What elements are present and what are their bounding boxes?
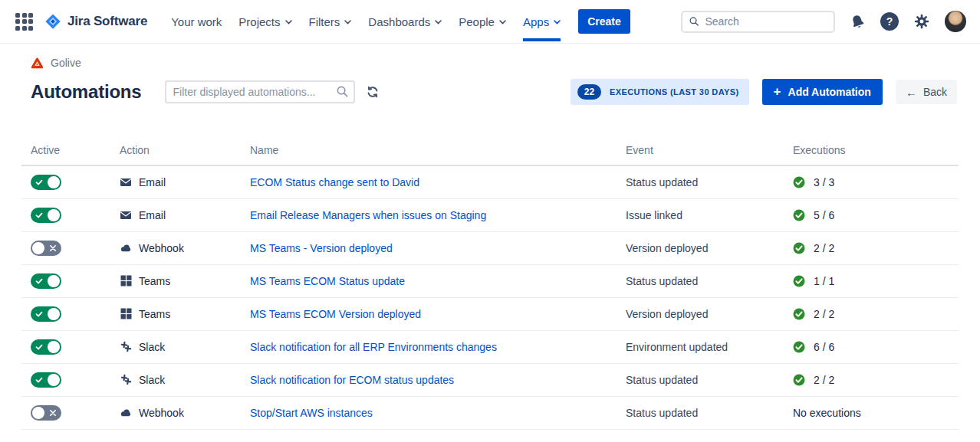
golive-logo-icon	[31, 57, 44, 69]
automation-name-link[interactable]: Slack notification for all ERP Environme…	[250, 341, 497, 353]
webhook-icon	[120, 407, 132, 419]
table-row: Webhook Stop/Start AWS instances Status …	[21, 396, 959, 429]
table-row: Teams MS Teams ECOM Version deployed Ver…	[21, 297, 959, 330]
action-label: Webhook	[139, 242, 184, 254]
column-header-active: Active	[21, 141, 113, 165]
automation-name-link[interactable]: Slack notification for ECOM status updat…	[250, 374, 454, 386]
action-label: Webhook	[139, 407, 184, 419]
brand-name: Jira Software	[67, 14, 147, 29]
executions-value: 6 / 6	[814, 341, 834, 353]
create-button[interactable]: Create	[578, 9, 630, 34]
notifications-bell-icon[interactable]	[850, 14, 866, 30]
nav-filters[interactable]: Filters	[301, 0, 360, 43]
settings-gear-icon[interactable]	[913, 13, 930, 30]
add-automation-button[interactable]: + Add Automation	[762, 79, 883, 105]
refresh-icon[interactable]	[367, 86, 379, 98]
email-icon	[120, 209, 132, 221]
automation-name-link[interactable]: Stop/Start AWS instances	[250, 407, 373, 419]
breadcrumb[interactable]: Golive	[31, 57, 81, 69]
back-button[interactable]: ← Back	[896, 80, 957, 104]
nav-projects[interactable]: Projects	[230, 0, 300, 43]
active-toggle[interactable]	[31, 175, 61, 190]
active-toggle[interactable]	[31, 372, 61, 388]
active-toggle[interactable]	[31, 241, 61, 256]
search-icon	[689, 16, 699, 27]
automation-name-link[interactable]: MS Teams - Version deployed	[250, 242, 393, 254]
active-toggle[interactable]	[31, 339, 61, 355]
check-icon	[35, 343, 43, 351]
nav-apps[interactable]: Apps	[515, 0, 569, 43]
primary-nav: Your work Projects Filters Dashboards Pe…	[163, 0, 569, 43]
automation-name-link[interactable]: Email Release Managers when issues on St…	[250, 209, 486, 221]
webhook-icon	[120, 242, 132, 254]
event-label: Issue linked	[626, 209, 682, 221]
global-search[interactable]	[681, 11, 835, 33]
arrow-left-icon: ←	[906, 87, 917, 98]
slack-icon	[120, 374, 132, 386]
check-icon	[35, 376, 43, 384]
chevron-down-icon	[285, 20, 292, 25]
event-label: Status updated	[626, 407, 698, 419]
check-icon	[35, 178, 43, 186]
teams-icon	[120, 275, 132, 287]
active-toggle[interactable]	[31, 405, 61, 421]
filter-field	[165, 80, 355, 103]
executions-summary-button[interactable]: 22 EXECUTIONS (LAST 30 DAYS)	[571, 79, 749, 105]
help-icon[interactable]: ?	[880, 12, 899, 31]
user-avatar[interactable]	[945, 11, 966, 32]
event-label: Version deployed	[626, 242, 708, 254]
table-header-row: Active Action Name Event Executions	[21, 141, 959, 165]
event-label: Version deployed	[626, 308, 708, 320]
app-switcher-icon[interactable]	[15, 13, 33, 31]
executions-value: 2 / 2	[814, 374, 834, 386]
teams-icon	[120, 308, 132, 320]
active-toggle[interactable]	[31, 306, 61, 322]
column-header-executions: Executions	[787, 141, 959, 165]
breadcrumb-app-label: Golive	[51, 57, 81, 69]
active-toggle[interactable]	[31, 208, 61, 223]
slack-icon	[120, 341, 132, 353]
nav-dashboards[interactable]: Dashboards	[360, 0, 450, 43]
toolbar: Automations 22 EXECUTIONS (LAST 30 DAYS)…	[31, 79, 959, 105]
toolbar-actions: 22 EXECUTIONS (LAST 30 DAYS) + Add Autom…	[571, 79, 959, 105]
success-icon	[793, 308, 805, 320]
success-icon	[793, 341, 805, 353]
executions-value: 3 / 3	[814, 176, 834, 188]
jira-logo[interactable]: Jira Software	[44, 13, 147, 30]
column-header-event: Event	[620, 141, 787, 165]
active-toggle[interactable]	[31, 273, 61, 289]
check-icon	[35, 277, 43, 285]
success-icon	[793, 176, 805, 188]
table-row: Email Email Release Managers when issues…	[21, 198, 959, 231]
action-label: Email	[139, 176, 166, 188]
column-header-action: Action	[113, 141, 244, 165]
automation-name-link[interactable]: MS Teams ECOM Status update	[250, 275, 405, 287]
nav-people[interactable]: People	[450, 0, 515, 43]
action-label: Teams	[139, 308, 170, 320]
automation-name-link[interactable]: MS Teams ECOM Version deployed	[250, 308, 421, 320]
chevron-down-icon	[554, 20, 561, 25]
event-label: Status updated	[626, 176, 698, 188]
chevron-down-icon	[344, 20, 351, 25]
success-icon	[793, 374, 805, 386]
success-icon	[793, 209, 805, 221]
automation-name-link[interactable]: ECOM Status change sent to David	[250, 176, 419, 188]
nav-your-work[interactable]: Your work	[163, 0, 230, 43]
check-icon	[35, 310, 43, 318]
table-row: Email ECOM Status change sent to David S…	[21, 165, 959, 198]
table-row: Teams MS Teams ECOM Status update Status…	[21, 264, 959, 297]
executions-value: 1 / 1	[814, 275, 834, 287]
check-icon	[35, 211, 43, 219]
global-search-input[interactable]	[705, 15, 827, 28]
success-icon	[793, 242, 805, 254]
executions-count-badge: 22	[577, 84, 601, 100]
x-icon	[49, 244, 57, 252]
column-header-name: Name	[244, 141, 620, 165]
email-icon	[120, 176, 132, 188]
table-row: Slack Slack notification for all ERP Env…	[21, 330, 959, 363]
event-label: Status updated	[626, 374, 698, 386]
executions-value: 2 / 2	[814, 242, 834, 254]
filter-input[interactable]	[165, 80, 355, 103]
executions-value: 2 / 2	[814, 308, 834, 320]
table-row: Slack Slack notification for ECOM status…	[21, 363, 959, 396]
